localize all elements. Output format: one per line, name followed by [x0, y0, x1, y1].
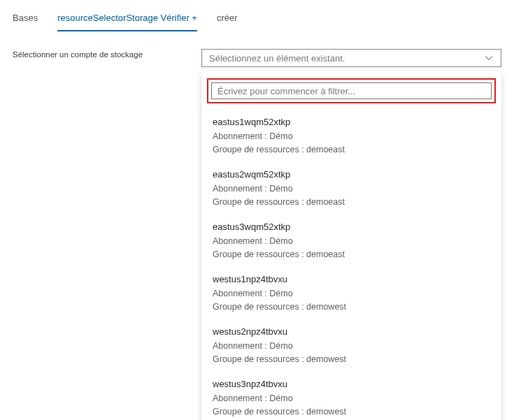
option-resource-group: Groupe de ressources : demowest — [213, 302, 490, 312]
tab-resource-selector[interactable]: resourceSelectorStorage Vérifier + — [57, 13, 197, 31]
option-resource-group: Groupe de ressources : demoeast — [213, 145, 490, 154]
option-name: westus3npz4tbvxu — [213, 379, 490, 389]
option-item[interactable]: eastus2wqm52xtkpAbonnement : DémoGroupe … — [201, 161, 501, 214]
option-name: eastus3wqm52xtkp — [213, 222, 490, 232]
filter-highlight — [207, 78, 496, 103]
filter-input[interactable] — [211, 82, 492, 99]
option-item[interactable]: eastus1wqm52xtkpAbonnement : DémoGroupe … — [201, 109, 501, 161]
option-resource-group: Groupe de ressources : demowest — [213, 407, 490, 417]
storage-account-select[interactable]: Sélectionnez un élément existant. — [201, 49, 501, 67]
storage-account-label: Sélectionner un compte de stockage — [13, 49, 201, 59]
option-resource-group: Groupe de ressources : demoeast — [213, 197, 490, 207]
options-list: eastus1wqm52xtkpAbonnement : DémoGroupe … — [201, 109, 501, 420]
option-subscription: Abonnement : Démo — [213, 236, 490, 246]
select-placeholder: Sélectionnez un élément existant. — [209, 53, 345, 64]
option-subscription: Abonnement : Démo — [213, 393, 490, 403]
option-name: westus2npz4tbvxu — [213, 326, 490, 337]
option-name: westus1npz4tbvxu — [213, 274, 490, 284]
option-resource-group: Groupe de ressources : demowest — [213, 354, 490, 364]
option-resource-group: Groupe de ressources : demoeast — [213, 249, 490, 259]
tab-bases[interactable]: Bases — [13, 13, 38, 30]
option-subscription: Abonnement : Démo — [213, 184, 490, 194]
option-item[interactable]: westus1npz4tbvxuAbonnement : DémoGroupe … — [201, 266, 501, 319]
storage-dropdown: eastus1wqm52xtkpAbonnement : DémoGroupe … — [201, 71, 501, 420]
option-subscription: Abonnement : Démo — [213, 341, 490, 351]
tabs: Bases resourceSelectorStorage Vérifier +… — [13, 13, 501, 32]
option-name: eastus1wqm52xtkp — [213, 117, 490, 127]
chevron-down-icon — [484, 53, 494, 63]
option-item[interactable]: westus3npz4tbvxuAbonnement : DémoGroupe … — [201, 371, 501, 420]
option-subscription: Abonnement : Démo — [213, 131, 490, 141]
tab-create[interactable]: créer — [217, 13, 238, 30]
option-subscription: Abonnement : Démo — [213, 289, 490, 298]
option-item[interactable]: eastus3wqm52xtkpAbonnement : DémoGroupe … — [201, 214, 501, 266]
option-item[interactable]: westus2npz4tbvxuAbonnement : DémoGroupe … — [201, 319, 501, 371]
option-name: eastus2wqm52xtkp — [213, 169, 490, 180]
